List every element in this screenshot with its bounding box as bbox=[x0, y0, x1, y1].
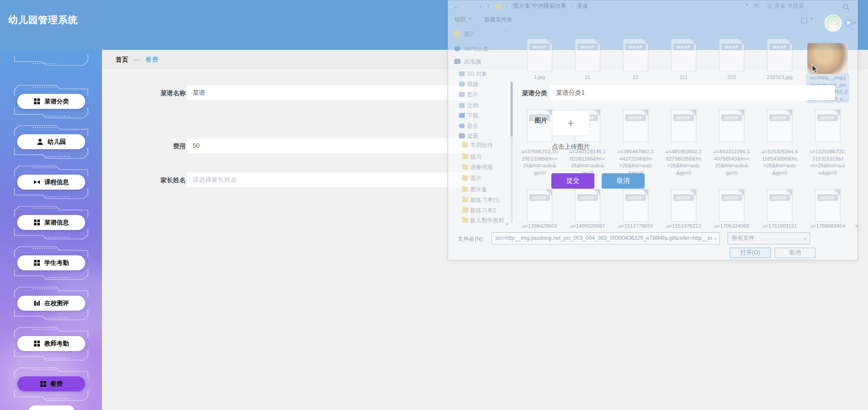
file-icon-webp[interactable]: WEBP bbox=[767, 109, 792, 142]
sidebar-item-菜谱分类[interactable]: 菜谱分类 bbox=[13, 84, 90, 119]
tree-item-图片集[interactable]: 图片集 bbox=[470, 186, 487, 194]
address-chevron-icon[interactable]: ∨ bbox=[745, 2, 748, 7]
file-icon-webp[interactable]: WEBP bbox=[767, 39, 792, 71]
history-chevron-icon[interactable]: ∨ bbox=[479, 4, 482, 9]
tree-item-图片[interactable]: 图片 bbox=[470, 175, 482, 182]
sidebar-item-课程信息[interactable]: 课程信息 bbox=[13, 165, 90, 200]
tree-item-新练习单2[interactable]: 新练习单2 bbox=[470, 207, 496, 215]
file-icon-webp[interactable]: WEBP bbox=[527, 189, 552, 222]
submit-button[interactable]: 提交 bbox=[551, 173, 594, 189]
sidebar-pill[interactable]: 菜谱分类 bbox=[17, 94, 85, 109]
sidebar-pill[interactable]: 幼儿园 bbox=[17, 134, 85, 149]
sidebar-item-菜谱信息[interactable]: 菜谱信息 bbox=[13, 205, 90, 240]
file-icon-webp[interactable]: WEBP bbox=[623, 39, 648, 71]
file-name[interactable]: 11 bbox=[565, 74, 610, 81]
refresh-icon[interactable]: ⟳ bbox=[754, 2, 759, 9]
file-name[interactable]: 22 bbox=[613, 74, 658, 81]
file-icon-webp[interactable]: WEBP bbox=[767, 189, 792, 222]
file-name[interactable]: u=37686703,1618510388&fm=26&fmt=auto&gp=… bbox=[517, 148, 562, 176]
sidebar-pill[interactable]: 教师考勤 bbox=[17, 336, 85, 351]
file-name[interactable]: 111 bbox=[661, 74, 706, 81]
dialog-breadcrumb-search[interactable]: “图片集”中的搜索结果 bbox=[511, 2, 566, 10]
filename-input[interactable]: src=http__img.jiaodong.net_pic_003_004_3… bbox=[492, 232, 720, 244]
folder-icon bbox=[462, 154, 468, 159]
file-icon-webp[interactable]: WEBP bbox=[527, 109, 552, 142]
tree-item-WPS云盘[interactable]: WPS云盘 bbox=[464, 45, 488, 53]
tree-item-桌面[interactable]: 桌面 bbox=[467, 132, 478, 140]
tree-item-新人数学教程[interactable]: 新人数学教程 bbox=[470, 217, 504, 225]
up-icon[interactable]: ↑ bbox=[487, 2, 490, 10]
tree-scrollbar[interactable] bbox=[511, 82, 513, 223]
file-icon-webp[interactable]: WEBP bbox=[815, 189, 840, 222]
tree-item-音乐[interactable]: 音乐 bbox=[467, 122, 478, 130]
breadcrumb-home[interactable]: 首页 bbox=[116, 56, 128, 64]
file-icon-webp[interactable]: WEBP bbox=[575, 189, 600, 222]
file-icon-webp[interactable]: WEBP bbox=[815, 109, 840, 142]
sidebar-item-学生考勤[interactable]: 学生考勤 bbox=[13, 245, 90, 281]
parent-name-select[interactable]: 请选择家长姓名 ∨ bbox=[187, 172, 473, 187]
sidebar-pill[interactable]: 课程信息 bbox=[17, 175, 85, 190]
tree-item-视频[interactable]: 视频 bbox=[467, 81, 478, 88]
recipe-category-input[interactable]: 菜谱分类1 bbox=[550, 85, 835, 100]
recipe-name-input[interactable]: 菜谱 bbox=[187, 85, 473, 100]
tree-item-常用软件[interactable]: 常用软件 bbox=[470, 142, 493, 149]
tree-item-3D 对象[interactable]: 3D 对象 bbox=[467, 70, 487, 78]
sidebar-item-幼儿园[interactable]: 幼儿园 bbox=[13, 124, 90, 160]
new-folder-button[interactable]: 新建文件夹 bbox=[484, 16, 513, 24]
file-name[interactable]: u=396447863,344372596&fm=26&fmt=auto&gp=… bbox=[613, 148, 658, 176]
tree-item-图片[interactable]: 图片 bbox=[467, 91, 478, 99]
view-mode-icon[interactable] bbox=[801, 18, 807, 23]
sidebar-pill[interactable]: 在校测评 bbox=[17, 296, 85, 311]
file-name[interactable]: u=843322399,340798543&fm=26&fmt=auto&gp=… bbox=[709, 148, 754, 176]
dialog-open-button[interactable]: 打开(O) bbox=[730, 248, 771, 258]
file-name[interactable]: u=1320386730,315315318&fm=26&fmt=auto&gp… bbox=[805, 148, 850, 176]
file-icon-webp[interactable]: WEBP bbox=[719, 189, 744, 222]
sidebar-pill[interactable]: 餐费 bbox=[17, 376, 85, 391]
dialog-search-input[interactable]: 在 美食 中搜索 bbox=[767, 2, 804, 10]
tree-item-文档[interactable]: 文档 bbox=[467, 102, 478, 110]
file-icon-webp[interactable]: WEBP bbox=[671, 189, 696, 222]
file-name[interactable]: u=485993660,2627980358&fm=26&fmt=auto&gp… bbox=[661, 148, 706, 176]
tree-item-练习[interactable]: 练习 bbox=[470, 153, 482, 161]
file-icon-webp[interactable]: WEBP bbox=[623, 189, 648, 222]
sidebar-pill[interactable]: 学生考勤 bbox=[17, 255, 85, 270]
tree-item-下载[interactable]: 下载 bbox=[467, 112, 478, 120]
filetype-select[interactable]: 所有文件 ∨ bbox=[728, 232, 810, 244]
tree-item-新练习单(1)[interactable]: 新练习单(1) bbox=[470, 196, 500, 204]
breadcrumb-current[interactable]: 餐费 bbox=[145, 56, 158, 64]
crumb-separator-icon: › bbox=[571, 2, 573, 9]
file-icon-webp[interactable]: WEBP bbox=[671, 39, 696, 71]
cancel-button[interactable]: 取消 bbox=[602, 173, 645, 189]
tree-item-录像视频[interactable]: 录像视频 bbox=[470, 164, 493, 171]
view-caret-icon[interactable]: ▾ bbox=[810, 16, 813, 21]
file-icon-webp[interactable]: WEBP bbox=[719, 39, 744, 71]
tree-item-图片[interactable]: 图片 bbox=[464, 30, 476, 38]
sidebar-item-教师考勤[interactable]: 教师考勤 bbox=[13, 326, 90, 361]
sidebar-item-餐费[interactable]: 餐费 bbox=[13, 366, 90, 402]
back-icon[interactable]: ← bbox=[453, 2, 459, 10]
file-name[interactable]: 232323.jpg bbox=[757, 74, 802, 81]
file-name[interactable]: 222 bbox=[709, 74, 754, 81]
fee-input[interactable]: 50 bbox=[187, 138, 473, 153]
organize-menu[interactable]: 组织 bbox=[454, 16, 466, 24]
file-name[interactable]: 1.jpg bbox=[517, 74, 562, 81]
grid-more-chevron-icon[interactable]: ∨ bbox=[855, 223, 858, 229]
file-icon-webp[interactable]: WEBP bbox=[527, 39, 552, 71]
dialog-cancel-button[interactable]: 取消 bbox=[775, 248, 815, 258]
file-icon-webp[interactable]: WEBP bbox=[719, 109, 744, 142]
sidebar-pill[interactable]: 菜谱信息 bbox=[17, 215, 85, 230]
file-icon-webp[interactable]: WEBP bbox=[623, 109, 648, 142]
tree-item-此电脑[interactable]: 此电脑 bbox=[464, 58, 482, 66]
file-icon-webp[interactable]: WEBP bbox=[671, 109, 696, 142]
filename-chevron-icon[interactable]: ∨ bbox=[714, 233, 717, 244]
tree-collapse-icon[interactable]: ⌃ bbox=[504, 30, 508, 35]
collapse-icon[interactable]: ⌃ bbox=[850, 28, 854, 34]
dialog-breadcrumb-current[interactable]: 美食 bbox=[577, 2, 588, 10]
image-upload-box[interactable]: + bbox=[552, 110, 590, 136]
file-name[interactable]: u=925326364,4158543096&fm=26&fmt=auto&gp… bbox=[757, 148, 802, 176]
sidebar-item-label: 课程信息 bbox=[44, 178, 69, 186]
file-name[interactable]: u=240128149,182381186&fm=26&fmt=auto&gp=… bbox=[565, 148, 610, 176]
sidebar-item-在校测评[interactable]: 在校测评 bbox=[13, 286, 90, 321]
tree-more-chevron-icon[interactable]: ∨ bbox=[505, 221, 509, 227]
file-icon-webp[interactable]: WEBP bbox=[575, 39, 600, 71]
